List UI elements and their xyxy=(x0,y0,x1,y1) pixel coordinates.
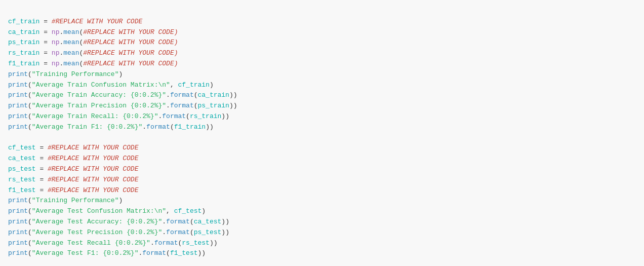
line-23: print("Average Test F1: {0:0.2%}".format… xyxy=(8,249,206,257)
code-content: cf_train = #REPLACE WITH YOUR CODE ca_tr… xyxy=(8,6,636,266)
line-18: print("Training Performance") xyxy=(8,197,123,204)
line-11: print("Average Train F1: {0:0.2%}".forma… xyxy=(8,123,214,131)
line-13: cf_test = #REPLACE WITH YOUR CODE xyxy=(8,144,138,151)
line-17: f1_test = #REPLACE WITH YOUR CODE xyxy=(8,186,138,194)
line-14: ca_test = #REPLACE WITH YOUR CODE xyxy=(8,155,138,162)
line-5: f1_train = np.mean(#REPLACE WITH YOUR CO… xyxy=(8,60,178,67)
line-4: rs_train = np.mean(#REPLACE WITH YOUR CO… xyxy=(8,49,178,57)
line-21: print("Average Test Precision {0:0.2%}".… xyxy=(8,229,229,236)
line-20: print("Average Test Accuracy: {0:0.2%}".… xyxy=(8,218,229,225)
line-1: cf_train = #REPLACE WITH YOUR CODE xyxy=(8,18,142,25)
line-15: ps_test = #REPLACE WITH YOUR CODE xyxy=(8,165,138,173)
line-6: print("Training Performance") xyxy=(8,70,123,78)
line-19: print("Average Test Confusion Matrix:\n"… xyxy=(8,207,206,215)
line-7: print("Average Train Confusion Matrix:\n… xyxy=(8,81,214,89)
line-10: print("Average Train Recall: {0:0.2%}".f… xyxy=(8,112,229,120)
line-2: ca_train = np.mean(#REPLACE WITH YOUR CO… xyxy=(8,28,178,36)
line-16: rs_test = #REPLACE WITH YOUR CODE xyxy=(8,176,138,183)
line-3: ps_train = np.mean(#REPLACE WITH YOUR CO… xyxy=(8,39,178,46)
line-9: print("Average Train Precision {0:0.2%}"… xyxy=(8,102,237,109)
line-8: print("Average Train Accuracy: {0:0.2%}"… xyxy=(8,91,237,99)
code-editor: cf_train = #REPLACE WITH YOUR CODE ca_tr… xyxy=(0,0,644,266)
line-22: print("Average Test Recall {0:0.2%}".for… xyxy=(8,239,218,247)
